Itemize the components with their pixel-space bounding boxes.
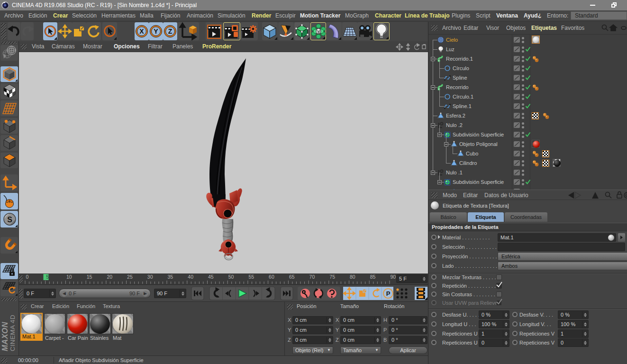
svg-text:90: 90: [391, 274, 396, 280]
svg-text:85: 85: [370, 274, 376, 280]
svg-text:40: 40: [188, 274, 193, 280]
svg-text:P: P: [386, 290, 391, 297]
svg-text:75: 75: [329, 274, 335, 280]
svg-text:50: 50: [228, 274, 234, 280]
svg-text:70: 70: [309, 274, 315, 280]
svg-text:60: 60: [269, 274, 274, 280]
svg-text:65: 65: [289, 274, 295, 280]
svg-text:15: 15: [87, 274, 92, 280]
svg-text:S: S: [7, 216, 12, 224]
svg-text:30: 30: [147, 274, 153, 280]
svg-text:X: X: [139, 27, 144, 35]
svg-text:10: 10: [66, 274, 72, 280]
svg-text:0: 0: [26, 274, 29, 280]
svg-text:55: 55: [248, 274, 254, 280]
svg-text:20: 20: [107, 274, 112, 280]
svg-text:Z: Z: [168, 27, 173, 35]
svg-text:25: 25: [127, 274, 133, 280]
svg-text:5: 5: [46, 274, 49, 280]
svg-text:35: 35: [168, 274, 173, 280]
svg-text:Y: Y: [154, 27, 158, 35]
svg-text:80: 80: [350, 274, 355, 280]
svg-text:45: 45: [208, 274, 214, 280]
